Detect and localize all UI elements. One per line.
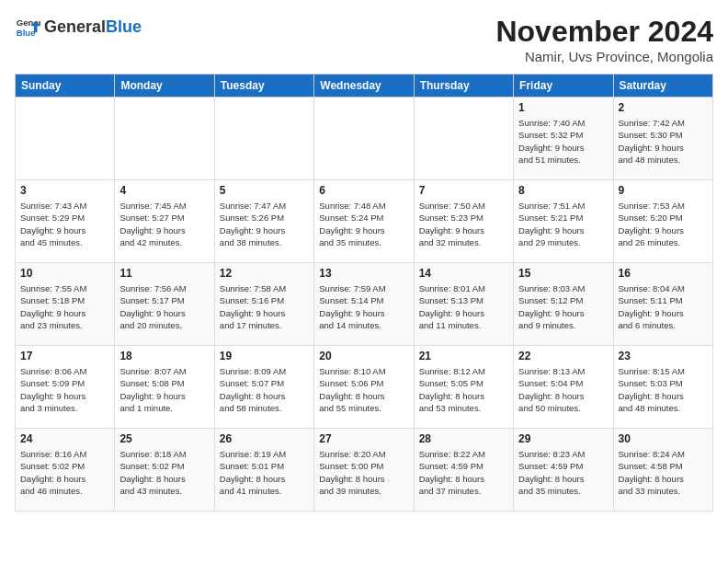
calendar-day-cell: 20Sunrise: 8:10 AM Sunset: 5:06 PM Dayli… (314, 346, 414, 429)
day-number: 15 (518, 267, 608, 280)
day-info: Sunrise: 7:59 AM Sunset: 5:14 PM Dayligh… (319, 282, 408, 331)
calendar-day-cell: 4Sunrise: 7:45 AM Sunset: 5:27 PM Daylig… (115, 180, 214, 263)
day-number: 1 (518, 101, 608, 114)
calendar-day-cell (414, 98, 513, 180)
day-info: Sunrise: 8:15 AM Sunset: 5:03 PM Dayligh… (619, 365, 708, 414)
calendar-day-cell: 6Sunrise: 7:48 AM Sunset: 5:24 PM Daylig… (314, 180, 414, 263)
calendar-day-cell: 18Sunrise: 8:07 AM Sunset: 5:08 PM Dayli… (115, 346, 214, 429)
day-info: Sunrise: 7:42 AM Sunset: 5:30 PM Dayligh… (619, 117, 708, 166)
calendar-day-cell: 15Sunrise: 8:03 AM Sunset: 5:12 PM Dayli… (514, 263, 613, 346)
weekday-header-cell: Wednesday (314, 75, 414, 98)
day-info: Sunrise: 8:23 AM Sunset: 4:59 PM Dayligh… (518, 448, 608, 497)
calendar-day-cell: 28Sunrise: 8:22 AM Sunset: 4:59 PM Dayli… (414, 429, 513, 511)
calendar-day-cell: 23Sunrise: 8:15 AM Sunset: 5:03 PM Dayli… (613, 346, 712, 429)
day-number: 30 (619, 432, 708, 445)
day-number: 18 (119, 350, 209, 362)
weekday-header-cell: Sunday (16, 75, 115, 98)
day-number: 24 (20, 432, 109, 445)
day-number: 23 (619, 350, 708, 362)
calendar-body: 1Sunrise: 7:40 AM Sunset: 5:32 PM Daylig… (16, 98, 713, 511)
day-info: Sunrise: 7:51 AM Sunset: 5:21 PM Dayligh… (518, 200, 608, 248)
day-number: 14 (419, 267, 508, 280)
day-info: Sunrise: 8:01 AM Sunset: 5:13 PM Dayligh… (419, 282, 508, 331)
calendar-week-row: 17Sunrise: 8:06 AM Sunset: 5:09 PM Dayli… (16, 346, 713, 429)
calendar-day-cell: 24Sunrise: 8:16 AM Sunset: 5:02 PM Dayli… (16, 429, 115, 511)
calendar-day-cell: 5Sunrise: 7:47 AM Sunset: 5:26 PM Daylig… (214, 180, 313, 263)
day-info: Sunrise: 7:48 AM Sunset: 5:24 PM Dayligh… (319, 200, 408, 248)
day-number: 12 (220, 267, 309, 280)
day-info: Sunrise: 7:53 AM Sunset: 5:20 PM Dayligh… (619, 200, 708, 248)
weekday-header-row: SundayMondayTuesdayWednesdayThursdayFrid… (16, 75, 713, 98)
day-info: Sunrise: 8:16 AM Sunset: 5:02 PM Dayligh… (20, 448, 109, 497)
location-subtitle: Namir, Uvs Province, Mongolia (495, 49, 713, 64)
calendar-day-cell: 13Sunrise: 7:59 AM Sunset: 5:14 PM Dayli… (314, 263, 414, 346)
calendar-day-cell: 11Sunrise: 7:56 AM Sunset: 5:17 PM Dayli… (115, 263, 214, 346)
calendar-day-cell: 22Sunrise: 8:13 AM Sunset: 5:04 PM Dayli… (514, 346, 613, 429)
day-number: 17 (20, 350, 109, 362)
day-info: Sunrise: 8:10 AM Sunset: 5:06 PM Dayligh… (319, 365, 408, 414)
day-info: Sunrise: 8:04 AM Sunset: 5:11 PM Dayligh… (619, 282, 708, 331)
day-number: 7 (419, 184, 508, 197)
day-info: Sunrise: 8:18 AM Sunset: 5:02 PM Dayligh… (119, 448, 209, 497)
day-number: 27 (319, 432, 408, 445)
day-info: Sunrise: 7:45 AM Sunset: 5:27 PM Dayligh… (119, 200, 209, 248)
day-info: Sunrise: 8:19 AM Sunset: 5:01 PM Dayligh… (220, 448, 309, 497)
logo: General Blue GeneralBlue (15, 15, 142, 40)
day-number: 8 (518, 184, 608, 197)
calendar-day-cell: 1Sunrise: 7:40 AM Sunset: 5:32 PM Daylig… (514, 98, 613, 180)
day-number: 20 (319, 350, 408, 362)
day-number: 22 (518, 350, 608, 362)
calendar-day-cell: 3Sunrise: 7:43 AM Sunset: 5:29 PM Daylig… (16, 180, 115, 263)
day-info: Sunrise: 8:06 AM Sunset: 5:09 PM Dayligh… (20, 365, 109, 414)
day-info: Sunrise: 8:20 AM Sunset: 5:00 PM Dayligh… (319, 448, 408, 497)
day-number: 3 (20, 184, 109, 197)
calendar-week-row: 24Sunrise: 8:16 AM Sunset: 5:02 PM Dayli… (16, 429, 713, 511)
calendar-day-cell: 29Sunrise: 8:23 AM Sunset: 4:59 PM Dayli… (514, 429, 613, 511)
day-info: Sunrise: 8:09 AM Sunset: 5:07 PM Dayligh… (220, 365, 309, 414)
day-number: 25 (119, 432, 209, 445)
calendar-day-cell: 10Sunrise: 7:55 AM Sunset: 5:18 PM Dayli… (16, 263, 115, 346)
calendar-day-cell: 21Sunrise: 8:12 AM Sunset: 5:05 PM Dayli… (414, 346, 513, 429)
day-info: Sunrise: 8:03 AM Sunset: 5:12 PM Dayligh… (518, 282, 608, 331)
day-info: Sunrise: 8:07 AM Sunset: 5:08 PM Dayligh… (119, 365, 209, 414)
day-number: 29 (518, 432, 608, 445)
calendar-day-cell (115, 98, 214, 180)
calendar-day-cell: 16Sunrise: 8:04 AM Sunset: 5:11 PM Dayli… (613, 263, 712, 346)
day-info: Sunrise: 8:24 AM Sunset: 4:58 PM Dayligh… (619, 448, 708, 497)
calendar-day-cell: 14Sunrise: 8:01 AM Sunset: 5:13 PM Dayli… (414, 263, 513, 346)
day-info: Sunrise: 7:43 AM Sunset: 5:29 PM Dayligh… (20, 200, 109, 248)
month-year-title: November 2024 (495, 15, 713, 49)
calendar-table: SundayMondayTuesdayWednesdayThursdayFrid… (15, 74, 713, 511)
calendar-day-cell: 17Sunrise: 8:06 AM Sunset: 5:09 PM Dayli… (16, 346, 115, 429)
day-number: 26 (220, 432, 309, 445)
svg-text:Blue: Blue (17, 28, 36, 38)
day-info: Sunrise: 7:50 AM Sunset: 5:23 PM Dayligh… (419, 200, 508, 248)
weekday-header-cell: Friday (514, 75, 613, 98)
calendar-day-cell: 30Sunrise: 8:24 AM Sunset: 4:58 PM Dayli… (613, 429, 712, 511)
weekday-header-cell: Monday (115, 75, 214, 98)
day-number: 10 (20, 267, 109, 280)
calendar-day-cell (214, 98, 313, 180)
day-number: 28 (419, 432, 508, 445)
calendar-week-row: 1Sunrise: 7:40 AM Sunset: 5:32 PM Daylig… (16, 98, 713, 180)
day-info: Sunrise: 7:40 AM Sunset: 5:32 PM Dayligh… (518, 117, 608, 166)
day-number: 4 (119, 184, 209, 197)
day-number: 16 (619, 267, 708, 280)
day-number: 21 (419, 350, 508, 362)
day-info: Sunrise: 8:22 AM Sunset: 4:59 PM Dayligh… (419, 448, 508, 497)
calendar-week-row: 10Sunrise: 7:55 AM Sunset: 5:18 PM Dayli… (16, 263, 713, 346)
day-number: 11 (119, 267, 209, 280)
day-number: 6 (319, 184, 408, 197)
day-info: Sunrise: 7:58 AM Sunset: 5:16 PM Dayligh… (220, 282, 309, 331)
day-number: 5 (220, 184, 309, 197)
calendar-day-cell: 2Sunrise: 7:42 AM Sunset: 5:30 PM Daylig… (613, 98, 712, 180)
day-info: Sunrise: 8:12 AM Sunset: 5:05 PM Dayligh… (419, 365, 508, 414)
weekday-header-cell: Thursday (414, 75, 513, 98)
logo-icon: General Blue (15, 15, 40, 40)
day-number: 2 (619, 101, 708, 114)
page-header: General Blue GeneralBlue November 2024 N… (15, 15, 713, 64)
calendar-day-cell: 7Sunrise: 7:50 AM Sunset: 5:23 PM Daylig… (414, 180, 513, 263)
calendar-day-cell: 26Sunrise: 8:19 AM Sunset: 5:01 PM Dayli… (214, 429, 313, 511)
title-section: November 2024 Namir, Uvs Province, Mongo… (495, 15, 713, 64)
calendar-week-row: 3Sunrise: 7:43 AM Sunset: 5:29 PM Daylig… (16, 180, 713, 263)
